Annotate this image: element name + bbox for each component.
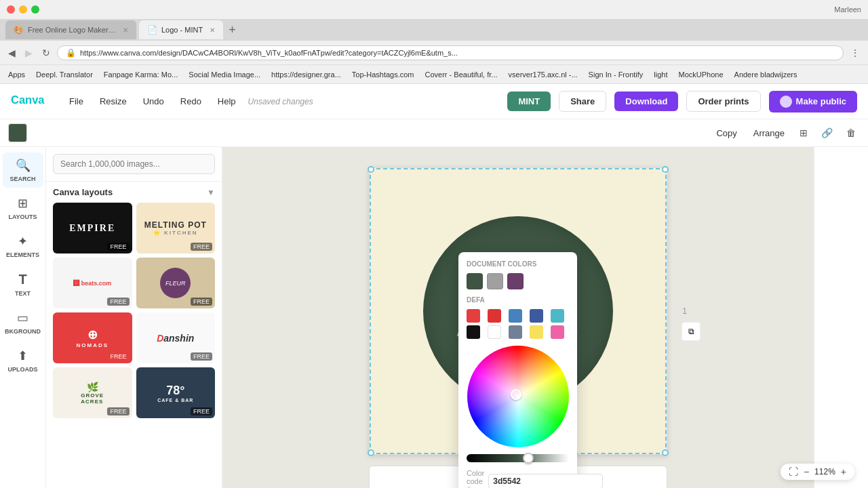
maximize-button[interactable] (31, 5, 39, 14)
tab-mint[interactable]: 📄 Logo - MINT ✕ (139, 20, 223, 39)
background-icon: ▭ (17, 310, 28, 325)
page-actions: ⧉ (682, 322, 701, 341)
bookmark-deepl[interactable]: Deepl. Translator (33, 70, 96, 79)
bookmark-frontify[interactable]: Sign In - Frontify (586, 70, 646, 79)
doc-swatch-2[interactable] (507, 273, 524, 289)
sidebar-label-uploads: UPLOADS (7, 366, 37, 373)
layout-item-melting-pot[interactable]: MELTING POT ⭐ KITCHEN FREE (136, 203, 216, 253)
text-icon: T (18, 272, 26, 287)
bookmark-fanpage[interactable]: Fanpage Karma: Mo... (101, 70, 180, 79)
handle-bottom-left[interactable] (368, 449, 374, 456)
zoom-in-button[interactable]: + (841, 466, 846, 477)
def-swatch-teal[interactable] (551, 309, 564, 323)
avatar-icon (780, 96, 792, 108)
color-wheel-cursor[interactable] (511, 389, 521, 400)
bookmark-designer[interactable]: https://designer.gra... (269, 70, 344, 79)
bookmark-coverr[interactable]: Coverr - Beautiful, fr... (422, 70, 500, 79)
bookmark-apps[interactable]: Apps (5, 70, 28, 79)
bookmark-social[interactable]: Social Media Image... (186, 70, 263, 79)
mint-button[interactable]: MINT (507, 92, 551, 111)
url-bar[interactable]: 🔒 https://www.canva.com/design/DACwCA4BO… (57, 45, 844, 60)
sidebar-item-text[interactable]: T TEXT (3, 266, 43, 302)
handle-top-left[interactable] (368, 166, 374, 173)
def-swatch-yellow[interactable] (530, 325, 543, 339)
bookmark-vserver[interactable]: vserver175.axc.nl -... (506, 70, 580, 79)
def-swatch-white[interactable] (488, 325, 501, 339)
layout-badge-danshin: FREE (191, 352, 212, 361)
arrange-button[interactable]: Arrange (748, 125, 790, 141)
layout-item-fleur[interactable]: FLEUR FREE (136, 258, 216, 308)
back-button[interactable]: ◀ (5, 46, 18, 60)
canva-main: 🔍 SEARCH ⊞ LAYOUTS ✦ ELEMENTS T TEXT ▭ B… (0, 147, 868, 488)
def-swatch-pink[interactable] (551, 325, 564, 339)
bookmark-light[interactable]: light (651, 70, 670, 79)
page-duplicate-button[interactable]: ⧉ (682, 322, 701, 341)
canva-logo[interactable]: Canva (11, 92, 52, 111)
doc-swatch-1[interactable] (487, 273, 503, 289)
delete-icon-button[interactable]: 🗑 (842, 125, 860, 141)
sidebar-item-elements[interactable]: ✦ ELEMENTS (3, 228, 43, 264)
menu-redo[interactable]: Redo (176, 94, 205, 109)
handle-bottom-right[interactable] (662, 449, 669, 456)
menu-undo[interactable]: Undo (139, 94, 168, 109)
search-input[interactable] (53, 154, 215, 174)
menu-help[interactable]: Help (214, 94, 240, 109)
color-wheel-container[interactable] (467, 346, 569, 447)
layout-item-danshin[interactable]: Danshin FREE (136, 312, 216, 363)
layout-item-78-degrees[interactable]: 78° CAFE & BAR FREE (136, 367, 216, 418)
def-swatch-black[interactable] (467, 325, 480, 339)
color-swatch-active[interactable] (8, 123, 27, 142)
layout-item-empire[interactable]: EMPIRE FREE (53, 203, 132, 253)
layout-item-beats[interactable]: 🅱 beats.com FREE (53, 258, 132, 308)
sidebar-label-text: TEXT (15, 290, 31, 297)
copy-button[interactable]: Copy (711, 125, 742, 141)
order-prints-button[interactable]: Order prints (686, 91, 760, 112)
download-button[interactable]: Download (614, 92, 678, 111)
bookmark-andere[interactable]: Andere bladwijzers (732, 70, 800, 79)
sidebar-item-search[interactable]: 🔍 SEARCH (3, 152, 43, 188)
color-brightness-bar[interactable] (467, 454, 569, 462)
doc-swatch-0[interactable] (467, 273, 483, 289)
def-swatch-gray[interactable] (509, 325, 522, 339)
bookmark-mockuphone[interactable]: MockUPhone (676, 70, 726, 79)
menu-file[interactable]: File (65, 94, 87, 109)
grid-icon-button[interactable]: ⊞ (795, 125, 812, 141)
color-code-input[interactable] (488, 474, 603, 488)
minimize-button[interactable] (19, 5, 27, 14)
make-public-button[interactable]: Make public (769, 91, 857, 113)
layout-item-nomads[interactable]: ⊕ NOMADS FREE (53, 312, 132, 363)
menu-resize[interactable]: Resize (96, 94, 131, 109)
def-swatch-blue[interactable] (530, 309, 543, 323)
sidebar-item-background[interactable]: ▭ BKGROUND (3, 305, 43, 340)
def-swatch-orange[interactable] (509, 309, 522, 323)
tab-close-2[interactable]: ✕ (210, 26, 215, 34)
def-swatch-red1[interactable] (467, 309, 480, 323)
new-tab-button[interactable]: + (226, 20, 239, 40)
forward-button[interactable]: ▶ (22, 46, 35, 60)
tab-logo-maker[interactable]: 🎨 Free Online Logo Maker: Desi... ✕ (5, 20, 136, 39)
handle-top-right[interactable] (662, 166, 669, 173)
extensions-button[interactable]: ⋮ (848, 46, 863, 60)
username-display: Marleen (834, 5, 861, 14)
search-icon: 🔍 (16, 158, 31, 173)
panel-section-header[interactable]: Canva layouts ▼ (46, 182, 222, 203)
refresh-button[interactable]: ↻ (39, 46, 53, 60)
link-icon-button[interactable]: 🔗 (817, 125, 837, 141)
close-button[interactable] (7, 5, 15, 14)
tab-close-1[interactable]: ✕ (123, 26, 128, 34)
sidebar-item-uploads[interactable]: ⬆ UPLOADS (3, 343, 43, 378)
color-wheel[interactable] (467, 346, 569, 447)
layout-badge-fleur: FREE (191, 298, 212, 306)
right-panel (814, 147, 868, 488)
layout-item-grove-acres[interactable]: 🌿 GROVEACRES FREE (53, 367, 132, 418)
fullscreen-icon-button[interactable]: ⛶ (789, 466, 798, 477)
color-code-label: Color code # (467, 469, 484, 488)
sidebar-item-layouts[interactable]: ⊞ LAYOUTS (3, 190, 43, 226)
canvas-area[interactable]: MINT ALL THINGS INTERNET 1 ⧉ + Add a new… (222, 147, 814, 488)
zoom-out-button[interactable]: − (804, 466, 809, 477)
default-colors-label: DEFA (467, 296, 485, 304)
bookmark-hashtags[interactable]: Top-Hashtags.com (349, 70, 417, 79)
def-swatch-red2[interactable] (488, 309, 501, 323)
share-button[interactable]: Share (559, 91, 606, 112)
brightness-cursor[interactable] (523, 453, 534, 464)
